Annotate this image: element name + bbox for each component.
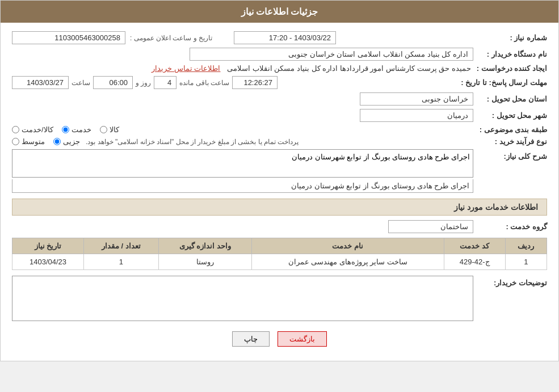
- remaining-label: ساعت باقی مانده: [179, 79, 229, 87]
- row-noe-farayand: نوع فرآیند خرید : متوسط جزیی پرداخت تمام…: [12, 137, 547, 146]
- tarikh-aalan-value: 1403/03/22 - 17:20: [234, 31, 336, 44]
- row-tabaqe: طبقه بندی موضوعی : کالا/خدمت خدمت کالا: [12, 125, 547, 134]
- farayand-note: پرداخت تمام یا بخشی از مبلغ خریدار از مح…: [86, 138, 299, 146]
- shomara-label: شماره نیاز :: [473, 33, 547, 42]
- ijad-konande-label: ایجاد کننده درخواست :: [471, 64, 547, 73]
- shahr-label: شهر محل تحویل :: [473, 111, 547, 120]
- row-ostan: استان محل تحویل : خراسان جنوبی: [12, 92, 547, 106]
- noe-farayand-radio-group: متوسط جزیی: [12, 137, 80, 146]
- row-sharh: شرح کلی نیاز: <span data-bind="fields.sh…: [12, 149, 547, 193]
- jozyi-radio[interactable]: [53, 138, 61, 145]
- tabaqe-kala-khedmat-label: کالا/خدمت: [22, 125, 53, 134]
- jozyi-label: جزیی: [63, 137, 80, 146]
- page-wrapper: جزئیات اطلاعات نیاز شماره نیاز : 1103005…: [0, 0, 559, 361]
- ijad-konande-value-cell: حمیده حق پرست کارشناس امور قراردادها ادا…: [12, 64, 471, 73]
- nam-dastgah-value: اداره کل بنیاد مسکن انقلاب اسلامی استان …: [190, 48, 473, 61]
- mohlat-label: مهلت ارسال پاسخ: تا تاریخ :: [455, 78, 547, 87]
- print-button[interactable]: چاپ: [232, 331, 270, 347]
- toseeh-label: توضیحات خریدار:: [473, 276, 547, 287]
- ostan-value: خراسان جنوبی: [360, 92, 473, 106]
- date-value: 1403/03/27: [12, 76, 69, 89]
- ostan-label: استان محل تحویل :: [473, 95, 547, 103]
- services-table: ردیف کد خدمت نام خدمت واحد اندازه گیری ت…: [12, 238, 547, 270]
- saat-label: ساعت: [72, 79, 90, 87]
- noe-farayand-label: نوع فرآیند خرید :: [473, 137, 547, 146]
- tabaqe-value-cell: کالا/خدمت خدمت کالا: [12, 125, 473, 134]
- motavasset-label: متوسط: [22, 137, 45, 146]
- sharh-value-cell: <span data-bind="fields.sharh_value"></s…: [12, 149, 473, 193]
- saat-value: 06:00: [93, 76, 133, 89]
- tabaqe-kala-khedmat-item: کالا/خدمت: [12, 125, 53, 134]
- col-tedad: تعداد / مقدار: [84, 238, 159, 254]
- shahr-value-cell: درمیان: [12, 109, 473, 122]
- ijad-konande-value: حمیده حق پرست کارشناس امور قراردادها ادا…: [227, 64, 471, 73]
- tabaqe-kala-label: کالا: [110, 125, 119, 134]
- tabaqe-khedmat-item: خدمت: [62, 125, 91, 134]
- sharh-label: شرح کلی نیاز:: [473, 149, 547, 161]
- row-ijad-konande: ایجاد کننده درخواست : حمیده حق پرست کارش…: [12, 64, 547, 73]
- col-name: نام خدمت: [251, 238, 444, 254]
- cell-vahed: روستا: [158, 254, 251, 270]
- tabaqe-label: طبقه بندی موضوعی :: [473, 125, 547, 134]
- sharh-display: اجرای طرح هادی روستای بورنگ از توابع شهر…: [12, 179, 473, 193]
- group-label: گروه خدمت :: [473, 222, 547, 231]
- jozyi-item: جزیی: [53, 137, 80, 146]
- shahr-value: درمیان: [360, 109, 473, 122]
- cell-name: ساخت سایر پروژه‌های مهندسی عمران: [251, 254, 444, 270]
- tabaqe-radio-group: کالا/خدمت خدمت کالا: [12, 125, 473, 134]
- services-section-title: اطلاعات خدمات مورد نیاز: [12, 199, 547, 216]
- ostan-value-cell: خراسان جنوبی: [12, 92, 473, 106]
- cell-tarikh: 1403/04/23: [12, 254, 84, 270]
- mohlat-value-cell: 1403/03/27 ساعت 06:00 روز و 4 ساعت باقی …: [12, 76, 455, 89]
- tabaqe-kala-item: کالا: [100, 125, 119, 134]
- noe-farayand-value-cell: متوسط جزیی پرداخت تمام یا بخشی از مبلغ خ…: [12, 137, 473, 146]
- remaining-time: 12:26:27: [232, 76, 278, 89]
- table-row: 1ج-42-429ساخت سایر پروژه‌های مهندسی عمرا…: [12, 254, 547, 270]
- main-content: شماره نیاز : 1103005463000258 تاریخ و سا…: [1, 23, 558, 361]
- buttons-row: بازگشت چاپ: [12, 331, 547, 347]
- page-title: جزئیات اطلاعات نیاز: [241, 7, 318, 16]
- col-kod: کد خدمت: [444, 238, 505, 254]
- sharh-textarea[interactable]: <span data-bind="fields.sharh_value"></s…: [12, 149, 473, 178]
- row-group: گروه خدمت : ساختمان: [12, 220, 547, 233]
- tabaqe-khedmat-label: خدمت: [72, 125, 91, 134]
- row-shahr: شهر محل تحویل : درمیان: [12, 109, 547, 122]
- row-mohlat: مهلت ارسال پاسخ: تا تاریخ : 1403/03/27 س…: [12, 76, 547, 89]
- shomara-value: 1103005463000258: [12, 31, 125, 44]
- nam-dastgah-value-cell: اداره کل بنیاد مسکن انقلاب اسلامی استان …: [12, 48, 473, 61]
- col-tarikh: تاریخ نیاز: [12, 238, 84, 254]
- row-nam-dastgah: نام دستگاه خریدار : اداره کل بنیاد مسکن …: [12, 48, 547, 61]
- motavasset-radio[interactable]: [12, 138, 19, 145]
- roz-label: روز و: [136, 79, 151, 87]
- cell-radif: 1: [505, 254, 547, 270]
- shomara-value-cell: 1103005463000258 تاریخ و ساعت اعلان عموم…: [12, 31, 473, 44]
- row-toseeh: توضیحات خریدار:: [12, 276, 547, 323]
- back-button[interactable]: بازگشت: [278, 331, 327, 347]
- roz-value: 4: [154, 76, 176, 89]
- cell-kod: ج-42-429: [444, 254, 505, 270]
- cell-tedad: 1: [84, 254, 159, 270]
- toseeh-textarea[interactable]: [12, 276, 473, 321]
- contact-link[interactable]: اطلاعات تماس خریدار: [152, 64, 220, 73]
- row-shomara-tarikh: شماره نیاز : 1103005463000258 تاریخ و سا…: [12, 31, 547, 44]
- col-vahed: واحد اندازه گیری: [158, 238, 251, 254]
- tarikh-aalan-label: تاریخ و ساعت اعلان عمومی :: [130, 34, 212, 42]
- motavasset-item: متوسط: [12, 137, 45, 146]
- tabaqe-kala-khedmat-radio[interactable]: [12, 126, 19, 133]
- tabaqe-khedmat-radio[interactable]: [62, 126, 69, 133]
- toseeh-value-cell: [12, 276, 473, 323]
- tabaqe-kala-radio[interactable]: [100, 126, 107, 133]
- group-value-cell: ساختمان: [12, 220, 473, 233]
- group-value: ساختمان: [388, 220, 473, 233]
- col-radif: ردیف: [505, 238, 547, 254]
- nam-dastgah-label: نام دستگاه خریدار :: [473, 50, 547, 58]
- page-header: جزئیات اطلاعات نیاز: [1, 1, 558, 23]
